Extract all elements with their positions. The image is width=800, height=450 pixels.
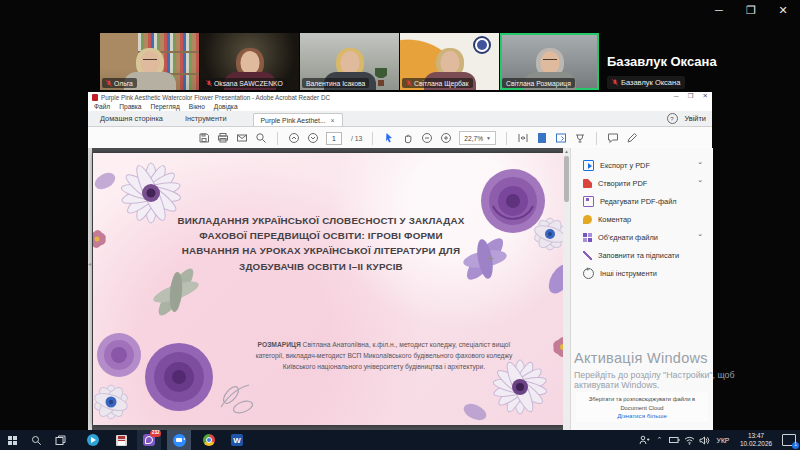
language-indicator[interactable]: УКР <box>712 437 734 444</box>
participant-tile[interactable]: Oksana SAWCZENKO <box>200 33 299 90</box>
document-scrollbar[interactable]: ▲ <box>563 148 570 430</box>
windows-logo-icon <box>8 436 17 445</box>
tool-create-pdf[interactable]: Створити PDF ⌄ <box>571 174 713 192</box>
chevron-up-icon: ⌃ <box>657 436 663 444</box>
zoom-taskbar-icon[interactable] <box>167 430 191 450</box>
windows-taskbar: 232 W ⌃ УКР 13:47 10.02.2026 1 <box>0 430 800 450</box>
learn-more-link[interactable]: Дізнатися більше <box>617 412 667 419</box>
pdf-page[interactable]: ВИКЛАДАННЯ УКРАЇНСЬКОЇ СЛОВЕСНОСТІ У ЗАК… <box>93 153 563 425</box>
tool-fill-sign[interactable]: Заповнити та підписати <box>571 246 713 264</box>
participant-tile[interactable]: Ольга <box>100 33 199 90</box>
scrollbar-thumb[interactable] <box>564 156 569 202</box>
taskbar-clock[interactable]: 13:47 10.02.2026 <box>734 432 778 449</box>
zoom-level-dropdown[interactable]: 22,7% ▼ <box>459 131 496 145</box>
minimize-icon[interactable]: ─ <box>710 4 728 17</box>
viber-badge: 232 <box>150 430 161 437</box>
next-page-icon[interactable] <box>307 132 319 144</box>
chrome-icon <box>203 434 215 446</box>
tool-more-tools[interactable]: Інші інструменти <box>571 264 713 282</box>
edit-pdf-icon <box>583 196 594 207</box>
featured-participant-label: Базавлук Оксана <box>607 76 685 89</box>
window-title: Purple Pink Aesthetic Watercolor Flower … <box>101 94 330 101</box>
print-icon[interactable] <box>217 132 229 144</box>
menu-window[interactable]: Вікно <box>189 103 205 110</box>
taskbar-search-button[interactable] <box>24 430 48 450</box>
task-view-button[interactable] <box>48 430 72 450</box>
participant-strip: Ольга Oksana SAWCZENKO Валентина Ісакова… <box>100 33 599 90</box>
acrobat-app-icon <box>92 94 98 101</box>
wifi-tray-icon[interactable] <box>682 430 697 450</box>
floppy-disk-icon <box>116 435 127 446</box>
fit-width-icon[interactable] <box>517 132 529 144</box>
sign-in-button[interactable]: Увійти <box>685 114 707 123</box>
tab-close-icon[interactable]: × <box>331 117 335 124</box>
full-screen-icon[interactable] <box>555 132 567 144</box>
zoom-in-icon[interactable] <box>440 132 452 144</box>
acrobat-tabbar: Домашня сторінка Інструменти Purple Pink… <box>88 111 712 127</box>
page-number-input[interactable] <box>326 132 342 145</box>
chevron-down-icon[interactable]: ⌄ <box>697 158 703 166</box>
menu-file[interactable]: Файл <box>94 103 110 110</box>
tab-tools[interactable]: Інструменти <box>173 114 237 126</box>
people-tray-icon[interactable] <box>637 430 652 450</box>
participant-tile[interactable]: Світлана Щербак <box>400 33 499 90</box>
hand-tool-icon[interactable] <box>402 132 414 144</box>
zoom-out-icon[interactable] <box>421 132 433 144</box>
participant-tile-active-speaker[interactable]: Світлана Розмариця <box>500 33 599 90</box>
chevron-down-icon[interactable]: ⌄ <box>697 176 703 184</box>
maximize-icon[interactable]: ❐ <box>742 4 760 17</box>
acrobat-window: Purple Pink Aesthetic Watercolor Flower … <box>88 92 712 430</box>
tool-edit-pdf[interactable]: Редагувати PDF-файл <box>571 192 713 210</box>
presentation-mode-icon[interactable] <box>574 132 586 144</box>
menu-edit[interactable]: Правка <box>119 103 141 110</box>
zoom-window-controls: ─ ❐ ✕ <box>710 4 792 17</box>
acrobat-titlebar[interactable]: Purple Pink Aesthetic Watercolor Flower … <box>88 92 712 102</box>
chrome-taskbar-icon[interactable] <box>197 430 221 450</box>
battery-tray-icon[interactable] <box>667 430 682 450</box>
minimize-icon[interactable]: ─ <box>674 92 679 100</box>
task-view-icon <box>55 435 66 446</box>
fit-page-icon[interactable] <box>536 132 548 144</box>
tool-combine-files[interactable]: Об'єднати файли ⌄ <box>571 228 713 246</box>
tab-document-active[interactable]: Purple Pink Aesthet... × <box>253 113 343 126</box>
more-tools-icon <box>583 268 594 279</box>
action-center-button[interactable]: 1 <box>778 430 800 450</box>
select-tool-icon[interactable] <box>383 132 395 144</box>
acrobat-window-controls: ─ ❐ ✕ <box>674 92 708 100</box>
hidden-icons-button[interactable]: ⌃ <box>652 430 667 450</box>
pane-toggle-icon[interactable]: ◂ <box>88 260 91 267</box>
participant-name-label: Валентина Ісакова <box>302 78 369 88</box>
telegram-icon <box>87 434 99 446</box>
floppy-app-taskbar-icon[interactable] <box>109 430 133 450</box>
telegram-taskbar-icon[interactable] <box>81 430 105 450</box>
save-icon[interactable] <box>198 132 210 144</box>
close-icon[interactable]: ✕ <box>774 4 792 17</box>
document-area[interactable]: ◂ <box>88 148 570 430</box>
close-icon[interactable]: ✕ <box>703 92 708 100</box>
chevron-down-icon[interactable]: ⌄ <box>697 230 703 238</box>
featured-participant-name: Базавлук Оксана <box>607 54 717 69</box>
participant-name-label: Світлана Розмариця <box>502 78 575 88</box>
participant-tile[interactable]: Валентина Ісакова <box>300 33 399 90</box>
scroll-up-icon[interactable]: ▲ <box>563 149 570 154</box>
fill-sign-pencil-icon[interactable] <box>626 132 638 144</box>
acrobat-menubar: Файл Правка Перегляд Вікно Довідка <box>88 102 712 111</box>
search-icon[interactable] <box>255 132 267 144</box>
tool-export-pdf[interactable]: Експорт у PDF ⌄ <box>571 156 713 174</box>
previous-page-icon[interactable] <box>288 132 300 144</box>
comment-bubble-icon <box>583 215 592 224</box>
volume-tray-icon[interactable] <box>697 430 712 450</box>
menu-view[interactable]: Перегляд <box>151 103 180 110</box>
email-icon[interactable] <box>236 132 248 144</box>
maximize-icon[interactable]: ❐ <box>688 92 694 100</box>
comment-icon[interactable] <box>607 132 619 144</box>
nav-pane-strip[interactable] <box>88 148 92 430</box>
tab-home[interactable]: Домашня сторінка <box>88 114 173 126</box>
tool-comment[interactable]: Коментар <box>571 210 713 228</box>
help-icon[interactable]: ? <box>667 113 678 124</box>
word-taskbar-icon[interactable]: W <box>225 430 249 450</box>
viber-taskbar-icon[interactable]: 232 <box>137 430 161 450</box>
start-button[interactable] <box>0 430 24 450</box>
slide-author-block: РОЗМАРИЦЯ Світлана Анатоліївна, к.філ.н.… <box>243 339 525 372</box>
menu-help[interactable]: Довідка <box>214 103 238 110</box>
